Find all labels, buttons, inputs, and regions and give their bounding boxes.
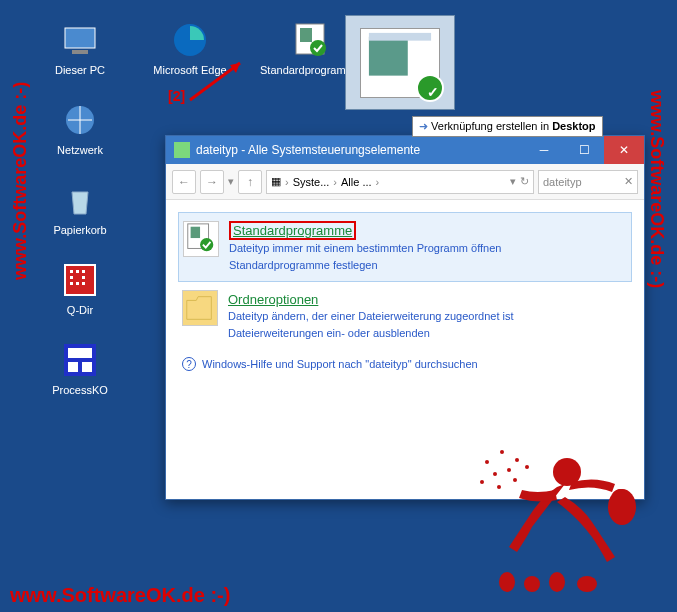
- default-programs-icon: [290, 20, 330, 60]
- navbar: ← → ▾ ↑ ▦ › Syste... › Alle ... › ▾ ↻ da…: [166, 164, 644, 200]
- result-link[interactable]: Dateityp ändern, der einer Dateierweiter…: [228, 308, 628, 325]
- search-value: dateityp: [543, 176, 582, 188]
- result-link[interactable]: Dateityp immer mit einem bestimmten Prog…: [229, 240, 627, 257]
- up-button[interactable]: ↑: [238, 170, 262, 194]
- link-icon: ➜: [419, 120, 428, 132]
- computer-icon: [60, 20, 100, 60]
- back-button[interactable]: ←: [172, 170, 196, 194]
- svg-point-20: [310, 40, 326, 56]
- svg-point-34: [480, 480, 484, 484]
- result-default-programs[interactable]: Standardprogramme Dateityp immer mit ein…: [178, 212, 632, 282]
- svg-point-37: [499, 572, 515, 592]
- svg-point-30: [515, 458, 519, 462]
- default-programs-icon: [183, 221, 219, 257]
- breadcrumb-sep: ›: [285, 176, 289, 188]
- search-input[interactable]: dateityp ✕: [538, 170, 638, 194]
- breadcrumb-sep: ›: [376, 176, 380, 188]
- svg-point-29: [500, 450, 504, 454]
- svg-point-25: [200, 238, 213, 251]
- result-link[interactable]: Dateierweiterungen ein- oder ausblenden: [228, 325, 628, 342]
- desktop-icon-processko[interactable]: ProcessKO: [40, 340, 120, 396]
- dropdown-icon[interactable]: ▾: [228, 175, 234, 188]
- svg-rect-14: [68, 348, 92, 358]
- svg-rect-21: [369, 36, 408, 75]
- tooltip-text: Verknüpfung erstellen in: [431, 120, 552, 132]
- desktop-icon-qdir[interactable]: Q-Dir: [40, 260, 120, 316]
- svg-point-38: [524, 576, 540, 592]
- minimize-button[interactable]: ─: [524, 136, 564, 164]
- titlebar[interactable]: dateityp - Alle Systemsteuerungselemente…: [166, 136, 644, 164]
- breadcrumb-part[interactable]: Syste...: [293, 176, 330, 188]
- result-folder-options[interactable]: Ordneroptionen Dateityp ändern, der eine…: [178, 282, 632, 349]
- drag-preview: [345, 15, 455, 110]
- svg-rect-15: [68, 362, 78, 372]
- svg-point-33: [525, 465, 529, 469]
- window-icon: [174, 142, 190, 158]
- breadcrumb-part[interactable]: Alle ...: [341, 176, 372, 188]
- help-icon: ?: [182, 357, 196, 371]
- svg-point-39: [549, 572, 565, 592]
- svg-rect-0: [65, 28, 95, 48]
- annotation-arrow-2: [180, 55, 260, 110]
- breadcrumb-icon: ▦: [271, 175, 281, 188]
- clear-search-icon[interactable]: ✕: [624, 175, 633, 188]
- drag-preview-icon: [360, 28, 440, 98]
- forward-button[interactable]: →: [200, 170, 224, 194]
- desktop-icon-network[interactable]: Netzwerk: [40, 100, 120, 156]
- svg-rect-9: [82, 276, 85, 279]
- decorative-figure: [447, 412, 647, 592]
- svg-point-36: [513, 478, 517, 482]
- breadcrumb-sep: ›: [333, 176, 337, 188]
- svg-rect-7: [82, 270, 85, 273]
- svg-rect-8: [70, 276, 73, 279]
- desktop-icon-label: Papierkorb: [40, 224, 120, 236]
- dropdown-icon[interactable]: ▾: [510, 175, 516, 188]
- svg-rect-12: [82, 282, 85, 285]
- recycle-bin-icon: [60, 180, 100, 220]
- svg-rect-16: [82, 362, 92, 372]
- desktop-icon-recycle-bin[interactable]: Papierkorb: [40, 180, 120, 236]
- watermark-left: www.SoftwareOK.de :-): [10, 82, 31, 280]
- svg-point-27: [608, 489, 636, 525]
- close-button[interactable]: ✕: [604, 136, 644, 164]
- desktop-icon-label: Q-Dir: [40, 304, 120, 316]
- result-title[interactable]: Standardprogramme: [229, 221, 356, 240]
- window-title: dateityp - Alle Systemsteuerungselemente: [196, 143, 524, 157]
- result-link[interactable]: Standardprogramme festlegen: [229, 257, 627, 274]
- svg-point-31: [493, 472, 497, 476]
- qdir-icon: [60, 260, 100, 300]
- help-text: Windows-Hilfe und Support nach "dateityp…: [202, 358, 478, 370]
- watermark-bottom: www.SoftwareOK.de :-): [10, 584, 230, 607]
- svg-rect-6: [76, 270, 79, 273]
- svg-point-35: [497, 485, 501, 489]
- breadcrumb[interactable]: ▦ › Syste... › Alle ... › ▾ ↻: [266, 170, 534, 194]
- desktop-icon-label: Dieser PC: [40, 64, 120, 76]
- desktop-icon-label: ProcessKO: [40, 384, 120, 396]
- search-results: Standardprogramme Dateityp immer mit ein…: [166, 200, 644, 391]
- processko-icon: [60, 340, 100, 380]
- svg-rect-5: [70, 270, 73, 273]
- maximize-button[interactable]: ☐: [564, 136, 604, 164]
- svg-rect-24: [191, 227, 200, 238]
- svg-point-40: [577, 576, 597, 592]
- svg-point-32: [507, 468, 511, 472]
- svg-rect-10: [70, 282, 73, 285]
- tooltip-target: Desktop: [552, 120, 595, 132]
- desktop-icon-label: Netzwerk: [40, 144, 120, 156]
- svg-rect-1: [72, 50, 88, 54]
- desktop-icon-this-pc[interactable]: Dieser PC: [40, 20, 120, 76]
- edge-icon: [170, 20, 210, 60]
- svg-rect-11: [76, 282, 79, 285]
- refresh-icon[interactable]: ↻: [520, 175, 529, 188]
- svg-rect-19: [300, 28, 312, 42]
- svg-point-28: [485, 460, 489, 464]
- network-icon: [60, 100, 100, 140]
- folder-options-icon: [182, 290, 218, 326]
- result-title[interactable]: Ordneroptionen: [228, 292, 318, 307]
- watermark-right: www.SoftwareOK.de :-): [646, 90, 667, 288]
- help-link[interactable]: ? Windows-Hilfe und Support nach "dateit…: [178, 349, 632, 379]
- svg-rect-22: [369, 32, 431, 40]
- drag-tooltip: ➜ Verknüpfung erstellen in Desktop: [412, 116, 603, 137]
